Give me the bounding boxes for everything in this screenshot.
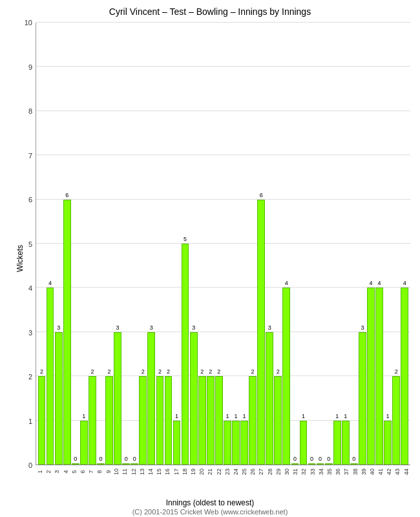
y-tick-value: 5 — [28, 240, 32, 248]
bar-group: 4 — [366, 23, 375, 465]
bar-value-label: 1 — [243, 413, 246, 419]
bar-value-label: 0 — [327, 456, 330, 462]
bar: 3 — [55, 332, 63, 465]
bar: 0 — [122, 463, 130, 465]
x-tick-value: 30 — [284, 469, 290, 475]
bar-value-label: 6 — [260, 192, 263, 198]
x-tick-value: 18 — [182, 469, 188, 475]
x-tick-label: 8 — [95, 469, 103, 498]
x-tick-value: 38 — [352, 469, 359, 475]
x-tick-label: 5 — [70, 469, 78, 498]
bar: 5 — [182, 244, 189, 465]
x-tick-value: 35 — [326, 469, 333, 475]
y-tick-value: 0 — [28, 461, 32, 469]
bar-group: 5 — [181, 23, 189, 465]
bar-value-label: 0 — [310, 456, 313, 462]
bar-group: 3 — [54, 23, 63, 465]
bar-group: 4 — [401, 23, 409, 465]
x-tick-value: 10 — [113, 469, 120, 475]
x-tick-value: 21 — [207, 469, 213, 475]
x-tick-label: 24 — [231, 469, 240, 498]
x-tick-value: 36 — [335, 469, 341, 475]
x-tick-value: 39 — [361, 469, 367, 475]
bar-group: 6 — [63, 23, 71, 465]
bar-value-label: 2 — [90, 368, 94, 375]
y-labels-overlay: 012345678910 — [12, 23, 32, 465]
bar-value-label: 4 — [48, 280, 52, 286]
x-tick-label: 3 — [52, 469, 61, 498]
bar-value-label: 2 — [158, 368, 162, 375]
x-tick-value: 20 — [198, 469, 205, 475]
bar: 4 — [401, 288, 408, 465]
x-tick-label: 20 — [198, 469, 206, 498]
bar: 2 — [198, 376, 206, 465]
bar-value-label: 0 — [352, 456, 355, 462]
bar-group: 0 — [316, 23, 324, 465]
x-tick-label: 19 — [189, 469, 197, 498]
x-tick-label: 31 — [291, 469, 300, 498]
x-tick-label: 11 — [121, 469, 129, 498]
bar: 1 — [224, 421, 231, 465]
bar-group: 0 — [324, 23, 333, 465]
bar: 6 — [63, 200, 71, 465]
bar: 3 — [114, 332, 121, 465]
x-tick-label: 36 — [334, 469, 342, 498]
bar-group: 1 — [79, 23, 88, 465]
bar: 3 — [147, 332, 155, 465]
bar: 2 — [165, 376, 173, 465]
bar: 0 — [325, 463, 333, 465]
chart-title: Cyril Vincent – Test – Bowling – Innings… — [0, 0, 420, 20]
bar-group: 2 — [392, 23, 401, 465]
bar-value-label: 1 — [344, 413, 347, 419]
x-tick-label: 40 — [368, 469, 376, 498]
x-tick-value: 42 — [386, 469, 392, 475]
x-tick-value: 33 — [310, 469, 316, 475]
x-tick-label: 15 — [155, 469, 163, 498]
bar-group: 2 — [215, 23, 223, 465]
bar: 2 — [156, 376, 164, 465]
x-tick-value: 40 — [369, 469, 375, 475]
x-tick-label: 16 — [163, 469, 172, 498]
y-tick-value: 8 — [28, 107, 32, 115]
x-tick-label: 39 — [359, 469, 368, 498]
x-tick-label: 14 — [146, 469, 154, 498]
x-tick-value: 8 — [96, 470, 103, 473]
x-tick-value: 13 — [139, 469, 145, 475]
x-tick-value: 24 — [233, 469, 239, 475]
bar-value-label: 1 — [386, 413, 390, 419]
x-tick-value: 28 — [267, 469, 273, 475]
bar: 2 — [139, 376, 147, 465]
bar-value-label: 2 — [167, 368, 170, 375]
bar-group: 3 — [147, 23, 156, 465]
bar-group: 2 — [198, 23, 206, 465]
bar: 0 — [291, 463, 299, 465]
bar-group: 2 — [37, 23, 46, 465]
bar-group: 1 — [384, 23, 392, 465]
x-tick-label: 9 — [104, 469, 112, 498]
bar-value-label: 3 — [192, 324, 195, 331]
bar-value-label: 1 — [175, 413, 178, 419]
bar-value-label: 0 — [99, 456, 102, 462]
bar-group: 3 — [358, 23, 366, 465]
y-tick-value: 2 — [28, 373, 32, 381]
x-tick-value: 11 — [121, 469, 128, 475]
bar: 4 — [282, 288, 290, 465]
bar: 0 — [131, 463, 138, 465]
bar: 2 — [207, 376, 215, 465]
bar-group: 2 — [274, 23, 282, 465]
bar-group: 4 — [46, 23, 54, 465]
x-tick-value: 15 — [156, 469, 162, 475]
y-tick-value: 3 — [28, 329, 32, 337]
y-tick-value: 9 — [28, 63, 32, 71]
x-tick-label: 33 — [308, 469, 317, 498]
x-tick-value: 31 — [292, 469, 299, 475]
bar-group: 2 — [249, 23, 257, 465]
x-tick-value: 6 — [79, 470, 86, 473]
bar-value-label: 6 — [65, 192, 68, 198]
x-tick-label: 27 — [257, 469, 266, 498]
bar: 1 — [240, 421, 248, 465]
copyright-text: (C) 2001-2015 Cricket Web (www.cricketwe… — [132, 508, 288, 516]
chart-container: Cyril Vincent – Test – Bowling – Innings… — [0, 0, 420, 517]
x-tick-value: 29 — [275, 469, 282, 475]
bar-value-label: 3 — [116, 324, 120, 331]
